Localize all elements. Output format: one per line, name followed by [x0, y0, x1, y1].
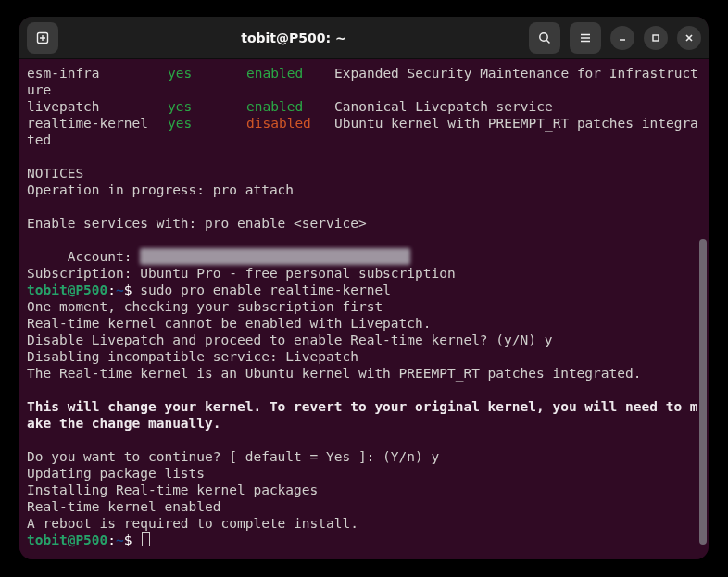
- titlebar: tobit@P500: ~: [19, 17, 709, 59]
- output-block-2: Do you want to continue? [ default = Yes…: [27, 449, 439, 531]
- new-tab-icon: [35, 31, 50, 45]
- titlebar-right-group: [529, 22, 701, 54]
- prompt-user-2: tobit@P500: [27, 533, 107, 547]
- close-icon: [683, 31, 696, 44]
- prompt-path-2: ~: [116, 533, 124, 547]
- titlebar-left-group: [27, 22, 58, 54]
- account-label: Account:: [27, 249, 140, 264]
- close-button[interactable]: [677, 26, 701, 50]
- notices-line: Operation in progress: pro attach: [27, 182, 294, 197]
- svg-point-3: [540, 32, 547, 40]
- search-button[interactable]: [529, 22, 560, 54]
- enable-hint: Enable services with: pro enable <servic…: [27, 216, 367, 231]
- window-title: tobit@P500: ~: [66, 31, 521, 45]
- prompt-path: ~: [116, 282, 124, 297]
- svg-line-4: [546, 40, 549, 43]
- svg-rect-9: [653, 35, 659, 41]
- notices-header: NOTICES: [27, 166, 83, 181]
- prompt-user: tobit@P500: [27, 282, 107, 297]
- hamburger-icon: [578, 31, 593, 45]
- maximize-button[interactable]: [644, 26, 668, 50]
- command-1: sudo pro enable realtime-kernel: [132, 282, 391, 297]
- service-table: esm-infrayesenabledExpanded Security Mai…: [27, 66, 698, 147]
- prompt-colon: :: [107, 282, 116, 297]
- search-icon: [537, 31, 552, 45]
- new-tab-button[interactable]: [27, 22, 58, 54]
- terminal-window: tobit@P500: ~: [19, 17, 709, 559]
- subscription-line: Subscription: Ubuntu Pro - free personal…: [27, 266, 456, 281]
- output-block-1: One moment, checking your subscription f…: [27, 299, 641, 381]
- cursor: [142, 532, 150, 546]
- scrollbar-thumb[interactable]: [699, 239, 707, 545]
- prompt-colon-2: :: [107, 533, 116, 547]
- minimize-button[interactable]: [610, 26, 634, 50]
- account-value-blurred: xxxxxxxxxxxxxxxxxxxxxxxxxxxxxx: [140, 248, 410, 265]
- menu-button[interactable]: [570, 22, 601, 54]
- minimize-icon: [616, 31, 629, 44]
- terminal-body[interactable]: esm-infrayesenabledExpanded Security Mai…: [19, 59, 709, 559]
- warning-bold: This will change your kernel. To revert …: [27, 399, 698, 431]
- prompt-dollar-2: $: [124, 533, 132, 547]
- prompt-dollar: $: [124, 282, 132, 297]
- maximize-icon: [649, 31, 662, 44]
